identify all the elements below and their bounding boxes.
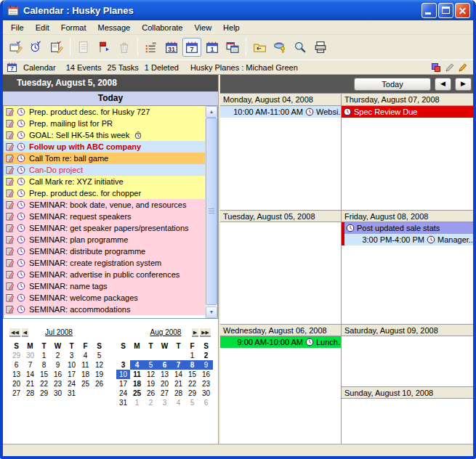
mini-calendar-day[interactable]: 20 [9,379,23,389]
day-cell[interactable] [220,222,341,324]
minimize-button[interactable] [421,3,437,18]
task-row[interactable]: SEMINAR: plan programme [4,234,205,245]
mini-calendar-day[interactable]: 7 [172,360,185,370]
calendar-entry[interactable]: 9:00 AM-10:00 AMLunch... [220,336,341,348]
day-view-icon[interactable]: 1 [203,38,222,57]
mini-calendar-day[interactable]: 15 [37,370,51,379]
task-list-scrollbar[interactable]: ▲ ▼ [205,106,217,318]
mini-calendar-day[interactable]: 9 [51,360,65,370]
mini-calendar-day[interactable]: 19 [92,370,106,379]
previous-week-button[interactable]: ◀ [435,78,451,91]
folder-icon[interactable] [250,38,269,57]
menu-help[interactable]: Help [217,22,246,33]
mini-calendar-day[interactable]: 29 [185,389,199,398]
mini-calendar-day[interactable]: 10 [65,360,78,370]
permissions-icon[interactable] [270,38,289,57]
mini-calendar-day[interactable]: 10 [116,370,130,379]
mini-calendar-day[interactable]: 21 [23,379,37,389]
task-row[interactable]: Prep. mailing list for PR [4,118,205,129]
mini-calendar-day[interactable]: 27 [158,389,172,398]
maximize-button[interactable] [438,3,453,18]
mini-calendar-day[interactable]: 3 [65,351,78,360]
mini-calendar-day[interactable]: 11 [130,370,144,379]
mini-calendar-day[interactable]: 16 [199,370,213,379]
mini-calendar-day[interactable]: 30 [23,351,37,360]
day-cell[interactable] [342,336,475,386]
menu-edit[interactable]: Edit [30,22,55,33]
mini-calendar-day[interactable]: 30 [51,389,65,398]
mini-calendar-day[interactable]: 30 [199,389,213,398]
mini-calendar-day[interactable]: 2 [144,398,158,407]
day-cell[interactable] [342,399,475,444]
task-row[interactable]: SEMINAR: name tags [4,280,205,292]
mini-calendar-day[interactable]: 21 [172,379,185,389]
mini-calendar-day[interactable]: 23 [51,379,65,389]
task-row[interactable]: Can-Do project [4,164,205,176]
mini-calendar-day[interactable]: 4 [130,360,144,370]
next-year-icon[interactable]: ▶▶ [200,328,211,337]
close-button[interactable] [455,3,470,18]
pencil-orange-icon[interactable] [458,62,467,72]
task-row[interactable]: SEMINAR: create registration system [4,257,205,269]
next-week-button[interactable]: ▶ [455,78,472,91]
next-month-icon[interactable]: ▶ [192,328,198,337]
task-row[interactable]: SEMINAR: accommodations [4,304,205,315]
task-row[interactable]: Prep. product desc. for Husky 727 [4,106,205,118]
mini-calendar-day[interactable]: 29 [9,351,23,360]
task-row[interactable]: GOAL: Sell HK-54 this week [4,129,205,141]
day-cell[interactable]: Post updated sale stats3:00 PM-4:00 PMMa… [342,222,475,324]
pencil-gray-icon[interactable] [445,62,454,72]
mini-calendar-day[interactable]: 19 [144,379,158,389]
mini-calendar-day[interactable]: 12 [144,370,158,379]
mini-calendar-day[interactable]: 17 [65,370,78,379]
week-view-icon[interactable]: 7 [182,38,201,57]
mini-calendar-day[interactable]: 27 [9,389,23,398]
prev-month-icon[interactable]: ◀ [22,328,28,337]
mini-calendar-day[interactable]: 14 [172,370,185,379]
new-event-icon[interactable] [7,38,25,57]
day-cell[interactable]: 9:00 AM-10:00 AMLunch... [220,336,341,444]
mini-calendar-day[interactable]: 25 [130,389,144,398]
mini-calendar-day[interactable]: 13 [158,370,172,379]
day-cell[interactable]: 10:00 AM-11:00 AMWebsi... [220,106,341,210]
mini-calendar-day[interactable]: 4 [172,398,185,407]
mini-calendar-day[interactable]: 11 [78,360,92,370]
mini-calendar-day[interactable]: 24 [65,379,78,389]
mini-calendar-day[interactable]: 3 [158,398,172,407]
print-icon[interactable] [311,38,330,57]
mini-calendar-day[interactable]: 3 [116,360,130,370]
task-row[interactable]: SEMINAR: book date, venue, and resources [4,199,205,211]
mini-calendar-day[interactable]: 18 [78,370,92,379]
mini-calendar-day[interactable]: 5 [92,351,106,360]
menu-collaborate[interactable]: Collaborate [136,22,188,33]
mini-calendar-day[interactable]: 6 [199,398,213,407]
month-label[interactable]: Jul 2008 [45,328,73,336]
mini-calendar-day[interactable]: 9 [199,360,213,370]
mini-calendar-day[interactable]: 5 [185,398,199,407]
new-alarm-icon[interactable] [27,38,46,57]
prev-year-icon[interactable]: ◀◀ [9,328,20,337]
mini-calendar-day[interactable]: 7 [23,360,37,370]
task-row[interactable]: Follow up with ABC company [4,141,205,153]
month-label[interactable]: Aug 2008 [150,328,182,336]
mini-calendar-day[interactable]: 29 [37,389,51,398]
calendar-entry[interactable]: 10:00 AM-11:00 AMWebsi... [220,106,341,118]
mini-calendar-day[interactable]: 14 [23,370,37,379]
mini-calendar-day[interactable]: 6 [9,360,23,370]
mini-calendar-day[interactable]: 24 [116,389,130,398]
scroll-up-icon[interactable]: ▲ [206,106,217,118]
scroll-down-icon[interactable]: ▼ [206,306,217,318]
multi-week-view-icon[interactable] [223,38,242,57]
mini-calendar-day[interactable]: 4 [78,351,92,360]
mini-calendar-day[interactable]: 17 [116,379,130,389]
menu-view[interactable]: View [188,22,217,33]
mini-calendar-day[interactable]: 26 [144,389,158,398]
month-view-icon[interactable]: 31 [162,38,181,57]
menu-message[interactable]: Message [92,22,137,33]
mini-calendar-day[interactable]: 28 [172,389,185,398]
mini-calendar-day[interactable]: 25 [78,379,92,389]
calendar-entry[interactable]: Post updated sale stats [342,222,475,234]
mini-calendar-day[interactable]: 13 [9,370,23,379]
mini-calendar-day[interactable]: 2 [51,351,65,360]
flag-icon[interactable] [94,38,113,57]
